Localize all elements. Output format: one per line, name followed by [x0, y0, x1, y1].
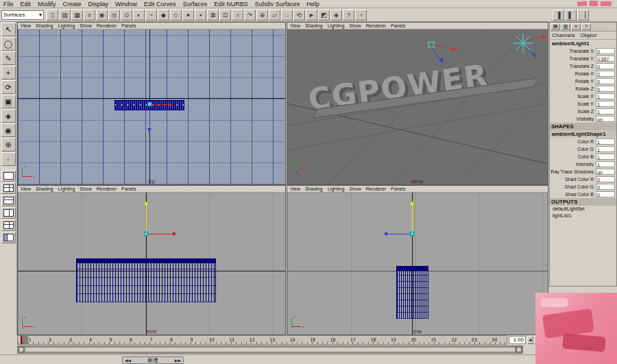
- channel-value-field[interactable]: 0: [596, 86, 615, 92]
- channel-value-field[interactable]: 0: [596, 63, 615, 69]
- manip-z-arrow[interactable]: [149, 108, 150, 128]
- channel-row[interactable]: Translate Z 0: [550, 62, 616, 70]
- model-wireframe-cap[interactable]: [396, 266, 428, 271]
- viewport-menu-item[interactable]: Shading: [305, 23, 323, 29]
- channel-row[interactable]: Color G 1: [550, 145, 616, 153]
- manip-x-arrow[interactable]: [148, 234, 173, 234]
- toggle-attribute-editor-icon[interactable]: ▐: [553, 10, 564, 21]
- channel-row[interactable]: Color B 1: [550, 153, 616, 160]
- menu-item[interactable]: File: [0, 0, 17, 8]
- channel-row[interactable]: Scale Y 1: [550, 100, 616, 108]
- channel-value-field[interactable]: 1: [596, 146, 615, 152]
- player-next-button[interactable]: ▶▶: [175, 358, 181, 363]
- channel-label[interactable]: Rotate Y: [550, 79, 596, 84]
- time-slider[interactable]: 123456789101112131415161718192021222324: [17, 335, 507, 345]
- layout-single-button[interactable]: [1, 170, 16, 182]
- viewport-menu-item[interactable]: Panels: [121, 23, 136, 29]
- viewport-menu-item[interactable]: View: [290, 186, 300, 193]
- output-node[interactable]: defaultLightSet: [550, 206, 616, 213]
- viewport-front-canvas[interactable]: x y front: [18, 193, 285, 335]
- quick-help-icon[interactable]: ?: [343, 10, 354, 21]
- channel-row[interactable]: Rotate X 0: [550, 70, 616, 77]
- layout-two-side-button[interactable]: [1, 207, 16, 219]
- channel-label[interactable]: Rotate X: [550, 71, 596, 76]
- channel-label[interactable]: Color B: [550, 154, 596, 159]
- channel-value-field[interactable]: 0: [596, 71, 615, 77]
- viewport-menu-item[interactable]: Shading: [305, 186, 323, 193]
- open-scene-icon[interactable]: ▨: [59, 10, 71, 21]
- channel-value-field[interactable]: 0: [596, 184, 615, 190]
- channel-row[interactable]: Rotate Z 0: [550, 85, 616, 93]
- menu-item[interactable]: Subdiv Surfaces: [252, 0, 304, 8]
- player-prev-button[interactable]: ◀◀: [125, 358, 131, 363]
- menu-item[interactable]: Help: [303, 0, 323, 8]
- object-menu[interactable]: Object: [581, 32, 596, 38]
- show-manip-tool[interactable]: ⊕: [1, 138, 16, 151]
- channel-row[interactable]: Ray Trace Shadows on: [550, 168, 616, 175]
- manip-z-arrow[interactable]: [387, 234, 412, 234]
- model-wireframe-cap[interactable]: [76, 258, 216, 263]
- channel-row[interactable]: Rotate Y 0: [550, 77, 616, 85]
- viewport-menu-item[interactable]: Renderer: [366, 23, 386, 29]
- manip-center-handle[interactable]: [144, 232, 148, 236]
- menu-item[interactable]: Display: [85, 0, 112, 8]
- channel-box-tab-icon[interactable]: ▤: [551, 23, 560, 30]
- channel-value-field[interactable]: on: [596, 116, 615, 122]
- move-tool[interactable]: +: [1, 66, 16, 80]
- viewport-menu-item[interactable]: Show: [349, 23, 361, 29]
- viewport-side-canvas[interactable]: x y side: [287, 193, 548, 335]
- channel-row[interactable]: Visibility on: [550, 115, 616, 123]
- viewport-menu-item[interactable]: Lighting: [328, 23, 345, 29]
- save-scene-icon[interactable]: ▦: [71, 10, 83, 21]
- channel-label[interactable]: Scale X: [550, 94, 596, 99]
- select-component-icon[interactable]: ◎: [108, 10, 120, 21]
- output-node[interactable]: lightList1: [550, 213, 616, 219]
- range-start-handle[interactable]: [19, 347, 24, 352]
- channel-label[interactable]: Shad Color G: [550, 184, 596, 189]
- render-globals-icon[interactable]: ◈: [330, 10, 342, 21]
- render-frame-icon[interactable]: ►: [306, 10, 317, 21]
- manip-x-arrow[interactable]: [152, 104, 168, 105]
- toggle-channel-box-icon[interactable]: ▕: [577, 10, 589, 21]
- shape-node-name[interactable]: ambientLightShape1: [550, 130, 616, 138]
- viewport-menu-item[interactable]: Renderer: [97, 23, 117, 29]
- channel-row[interactable]: Color R 1: [550, 138, 616, 145]
- video-player-overlay[interactable]: ◀◀ 标准 ▶▶: [122, 356, 184, 364]
- channel-label[interactable]: Shad Color B: [550, 192, 596, 197]
- make-live-icon[interactable]: ◌: [281, 10, 293, 21]
- channel-value-field[interactable]: 0: [596, 176, 615, 182]
- model-wireframe-front[interactable]: [76, 263, 216, 302]
- mask-rendering-icon[interactable]: ●: [182, 10, 194, 21]
- highlight-selection-icon[interactable]: ⊡: [219, 10, 231, 21]
- viewport-menu-item[interactable]: Show: [80, 23, 92, 29]
- channels-menu[interactable]: Channels: [552, 32, 575, 38]
- channel-label[interactable]: Translate Y: [550, 56, 596, 61]
- menu-item[interactable]: Edit NURBS: [210, 0, 252, 8]
- channel-slider-icon[interactable]: ≡: [571, 23, 581, 30]
- menu-item[interactable]: Edit: [17, 0, 35, 8]
- viewport-menu-item[interactable]: Shading: [36, 186, 53, 193]
- construction-history-icon[interactable]: ⟲: [293, 10, 305, 21]
- channel-label[interactable]: Shad Color R: [550, 177, 596, 182]
- channel-row[interactable]: Intensity 1: [550, 160, 616, 168]
- channel-value-field[interactable]: 0: [596, 48, 615, 54]
- channel-label[interactable]: Scale Z: [550, 109, 596, 114]
- play-backwards-button[interactable]: ◄: [527, 336, 533, 344]
- mask-deformations-icon[interactable]: ◇: [170, 10, 182, 21]
- layer-editor-tab-icon[interactable]: ▥: [561, 23, 570, 30]
- layout-outliner-button[interactable]: [1, 232, 16, 243]
- channel-label[interactable]: Scale Y: [550, 101, 596, 106]
- mask-misc-icon[interactable]: ▪: [195, 10, 206, 21]
- viewport-persp-canvas[interactable]: x y z CGPOWER persp: [287, 29, 548, 184]
- rotate-tool[interactable]: ⟳: [1, 80, 16, 94]
- viewport-menu-item[interactable]: Panels: [121, 186, 136, 193]
- channel-row[interactable]: Shad Color B 0: [550, 191, 616, 198]
- field-entry-icon[interactable]: ▫: [355, 10, 367, 21]
- range-bar[interactable]: [25, 347, 516, 352]
- channel-row[interactable]: Scale Z 1: [550, 108, 616, 115]
- mask-curves-icon[interactable]: ~: [145, 10, 157, 21]
- manip-y-arrow[interactable]: [146, 205, 147, 234]
- scale-tool[interactable]: ▣: [1, 95, 16, 108]
- menu-item[interactable]: Edit Curves: [141, 0, 180, 8]
- channel-row[interactable]: Scale X 1: [550, 93, 616, 100]
